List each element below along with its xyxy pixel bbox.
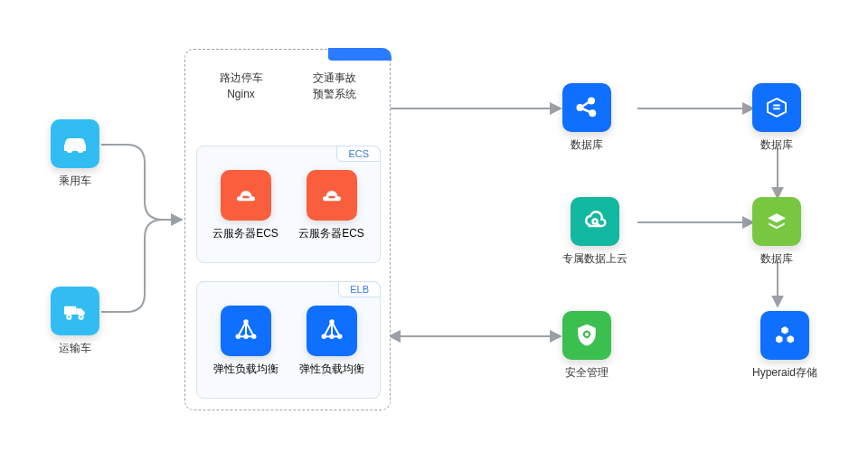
node-hyperaid: Hyperaid存储 — [752, 311, 817, 381]
label: 数据库 — [760, 251, 793, 267]
svg-point-1 — [67, 315, 71, 319]
head-warning: 交通事故 预警系统 — [313, 70, 356, 102]
svg-point-11 — [330, 320, 334, 324]
node-dedicated-cloud: 专属数据上云 — [562, 197, 627, 267]
label: 云服务器ECS — [212, 226, 278, 241]
svg-point-6 — [244, 320, 248, 324]
cloud-search-icon — [571, 197, 619, 246]
svg-point-13 — [338, 335, 342, 339]
svg-rect-0 — [64, 306, 76, 315]
label: 数据库 — [760, 137, 793, 153]
line2: Nginx — [220, 86, 263, 102]
svg-point-17 — [590, 111, 596, 117]
svg-point-2 — [80, 315, 83, 319]
line1: 交通事故 — [313, 70, 356, 86]
label: 弹性负载均衡 — [299, 362, 364, 377]
car-icon — [51, 119, 99, 168]
svg-point-14 — [330, 335, 334, 339]
svg-rect-4 — [328, 196, 335, 199]
label: Hyperaid存储 — [752, 365, 817, 381]
node-car: 乘用车 — [51, 119, 99, 189]
line2: 预警系统 — [313, 86, 356, 102]
svg-point-22 — [593, 220, 598, 224]
svg-point-12 — [322, 335, 326, 339]
label: 数据库 — [571, 137, 603, 153]
truck-icon — [51, 287, 99, 335]
layer-icon — [752, 197, 801, 246]
share-icon — [562, 83, 611, 132]
center-tab — [328, 48, 392, 61]
elb-badge: ELB — [338, 281, 381, 297]
elb-icon — [221, 306, 271, 356]
node-security: 安全管理 — [562, 311, 611, 381]
label: 云服务器ECS — [298, 226, 364, 241]
label: 专属数据上云 — [562, 251, 627, 267]
list-icon — [752, 83, 801, 132]
svg-line-19 — [582, 108, 590, 112]
node-db1: 数据库 — [562, 83, 611, 153]
node-lime-db: 数据库 — [752, 197, 801, 267]
center-container: 路边停车 Nginx 交通事故 预警系统 ECS 云服务器ECS — [184, 49, 391, 410]
ecs-item: 云服务器ECS — [212, 170, 278, 241]
label: 安全管理 — [565, 365, 609, 381]
label: 运输车 — [59, 341, 91, 356]
svg-point-9 — [244, 335, 248, 339]
line1: 路边停车 — [220, 70, 263, 86]
svg-line-18 — [582, 102, 590, 107]
head-nginx: 路边停车 Nginx — [220, 70, 263, 102]
elb-box: ELB 弹性负载均衡 — [196, 281, 381, 399]
ecs-icon — [307, 170, 357, 221]
ecs-icon — [221, 170, 271, 221]
shield-gear-icon — [562, 311, 611, 360]
elb-icon — [307, 306, 357, 356]
elb-item: 弹性负载均衡 — [299, 306, 364, 377]
svg-rect-3 — [242, 196, 250, 199]
svg-point-16 — [589, 99, 594, 104]
label: 乘用车 — [59, 174, 91, 189]
ecs-item: 云服务器ECS — [298, 170, 364, 241]
ecs-badge: ECS — [336, 146, 381, 162]
label: 弹性负载均衡 — [213, 362, 278, 377]
elb-item: 弹性负载均衡 — [213, 306, 278, 377]
ecs-box: ECS 云服务器ECS 云服务器ECS — [196, 146, 381, 263]
node-db2: 数据库 — [752, 83, 801, 153]
node-truck: 运输车 — [51, 287, 99, 356]
svg-point-15 — [578, 105, 583, 110]
svg-point-7 — [236, 335, 240, 339]
connectors — [0, 0, 868, 452]
hex-cluster-icon — [760, 311, 809, 360]
svg-point-8 — [252, 335, 256, 339]
